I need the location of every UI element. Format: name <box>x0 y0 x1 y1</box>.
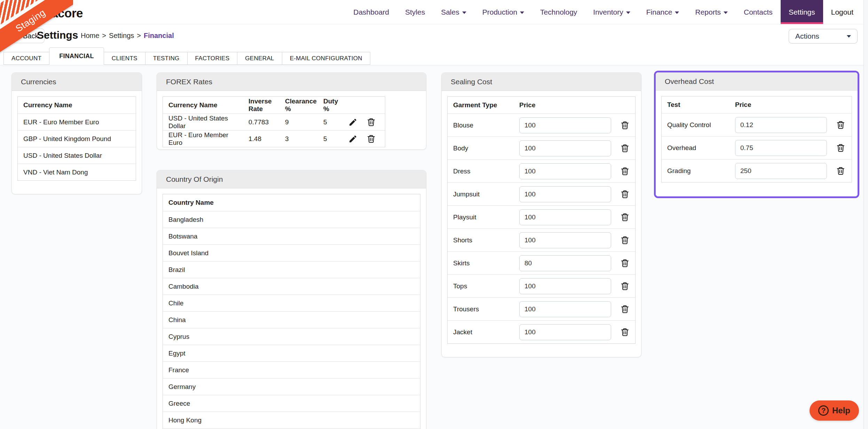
delete-button[interactable] <box>362 134 380 143</box>
delete-button[interactable] <box>830 143 852 153</box>
table-row: Cambodia <box>163 278 420 295</box>
forex-panel-title: FOREX Rates <box>157 73 426 91</box>
nav-finance[interactable]: Finance <box>638 0 687 24</box>
table-header-row: Currency Name <box>18 97 136 114</box>
delete-button[interactable] <box>830 120 852 130</box>
sealing-price-input[interactable] <box>519 209 611 225</box>
tab-email-configuration[interactable]: E-MAIL CONFIGURATION <box>282 52 370 65</box>
table-row: Egypt <box>163 345 420 361</box>
nav-contacts[interactable]: Contacts <box>736 0 781 24</box>
sealing-price-input[interactable] <box>519 163 611 179</box>
nav-styles[interactable]: Styles <box>397 0 433 24</box>
main-nav: Dashboard Styles Sales Production Techno… <box>345 0 868 24</box>
table-row: Chile <box>163 295 420 311</box>
trash-icon <box>621 304 629 314</box>
delete-button[interactable] <box>614 235 635 245</box>
table-row: Bangladesh <box>163 211 420 228</box>
help-button[interactable]: ? Help <box>810 400 859 421</box>
question-circle-icon: ? <box>818 405 829 416</box>
table-row: Playsuit <box>448 205 635 228</box>
tab-account[interactable]: ACCOUNT <box>3 52 49 65</box>
sealing-cost-panel: Sealing Cost Garment Type Price Blouse B… <box>441 72 641 357</box>
breadcrumb-current: Financial <box>144 32 174 39</box>
trash-icon <box>836 143 845 153</box>
overhead-price-input[interactable] <box>735 140 827 156</box>
delete-button[interactable] <box>614 189 635 199</box>
breadcrumb-home[interactable]: Home <box>81 32 99 39</box>
delete-button[interactable] <box>614 166 635 176</box>
table-row: EUR - Euro Member Euro <box>18 114 136 130</box>
delete-button[interactable] <box>614 304 635 314</box>
tab-testing[interactable]: TESTING <box>145 52 188 65</box>
pencil-icon <box>348 118 357 127</box>
chevron-down-icon <box>724 11 728 14</box>
delete-button[interactable] <box>614 120 635 130</box>
nav-sales[interactable]: Sales <box>433 0 474 24</box>
sealing-price-input[interactable] <box>519 301 611 317</box>
chevron-down-icon <box>847 35 851 38</box>
trash-icon <box>621 235 629 245</box>
trash-icon <box>621 212 629 222</box>
edit-button[interactable] <box>344 118 362 127</box>
page-title: Settings <box>37 29 78 41</box>
trash-icon <box>621 327 629 337</box>
sealing-price-input[interactable] <box>519 186 611 202</box>
table-row: Grading <box>662 159 852 182</box>
overhead-table: Test Price Quality Control Overhead <box>661 96 852 182</box>
sealing-price-input[interactable] <box>519 232 611 248</box>
table-row: Germany <box>163 378 420 395</box>
edit-button[interactable] <box>344 134 362 143</box>
table-header-row: Country Name <box>163 194 420 211</box>
delete-button[interactable] <box>614 258 635 268</box>
table-row: Jacket <box>448 320 635 343</box>
nav-reports[interactable]: Reports <box>687 0 736 24</box>
nav-inventory[interactable]: Inventory <box>585 0 638 24</box>
table-row: Blouse <box>448 114 635 136</box>
tab-factories[interactable]: FACTORIES <box>187 52 238 65</box>
chevron-down-icon <box>675 11 679 14</box>
tab-general[interactable]: GENERAL <box>237 52 282 65</box>
actions-dropdown[interactable]: Actions <box>789 29 858 44</box>
sealing-price-input[interactable] <box>519 324 611 340</box>
table-row: China <box>163 311 420 328</box>
delete-button[interactable] <box>830 166 852 176</box>
nav-settings[interactable]: Settings <box>781 0 823 24</box>
table-row: Skirts <box>448 251 635 274</box>
pencil-icon <box>348 134 357 143</box>
table-row: Hong Kong <box>163 412 420 428</box>
table-row: VND - Viet Nam Dong <box>18 164 136 180</box>
top-navbar: Dashboard Styles Sales Production Techno… <box>0 0 868 24</box>
delete-button[interactable] <box>362 117 380 127</box>
back-arrow-icon: ← <box>11 32 19 40</box>
tab-financial[interactable]: FINANCIAL <box>49 47 104 65</box>
delete-button[interactable] <box>614 281 635 291</box>
overhead-price-input[interactable] <box>735 163 827 179</box>
table-row: Botswana <box>163 228 420 244</box>
currencies-table: Currency Name EUR - Euro Member Euro GBP… <box>17 96 136 181</box>
sealing-price-input[interactable] <box>519 140 611 156</box>
nav-production[interactable]: Production <box>474 0 532 24</box>
delete-button[interactable] <box>614 327 635 337</box>
chevron-down-icon <box>462 11 466 14</box>
brand-logo[interactable]: xelacore <box>35 6 83 20</box>
breadcrumb-settings[interactable]: Settings <box>109 32 134 39</box>
trash-icon <box>836 166 845 176</box>
settings-financial-page: Dashboard Styles Sales Production Techno… <box>0 0 868 429</box>
overhead-price-input[interactable] <box>735 117 827 133</box>
sealing-price-input[interactable] <box>519 117 611 133</box>
table-row: Cyprus <box>163 328 420 345</box>
nav-technology[interactable]: Technology <box>532 0 585 24</box>
trash-icon <box>621 120 629 130</box>
trash-icon <box>621 166 629 176</box>
delete-button[interactable] <box>614 212 635 222</box>
country-of-origin-panel: Country Of Origin Country Name Banglades… <box>157 170 426 429</box>
sealing-price-input[interactable] <box>519 255 611 271</box>
table-row: Brazil <box>163 261 420 278</box>
trash-icon <box>621 189 629 199</box>
logout-button[interactable]: Logout <box>823 0 863 24</box>
tab-clients[interactable]: CLIENTS <box>104 52 145 65</box>
scrollbar-track[interactable] <box>863 0 868 429</box>
delete-button[interactable] <box>614 143 635 153</box>
nav-dashboard[interactable]: Dashboard <box>345 0 397 24</box>
sealing-price-input[interactable] <box>519 278 611 294</box>
